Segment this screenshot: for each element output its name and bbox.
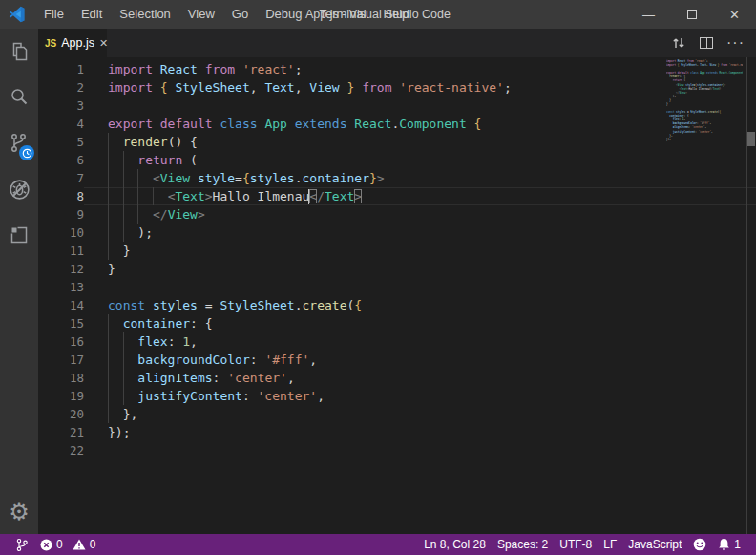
code-editor[interactable]: 1import React from 'react';2import { Sty… (38, 57, 756, 534)
line-number: 14 (38, 296, 84, 314)
line-number: 17 (38, 351, 84, 369)
indent-guide (108, 133, 109, 151)
line-number: 1 (38, 60, 84, 78)
code-line: 3 (38, 96, 756, 115)
vscode-window: FileEditSelectionViewGoDebugTerminalHelp… (0, 0, 756, 555)
language-mode-button[interactable]: JavaScript (622, 538, 687, 551)
menu-item-debug[interactable]: Debug (257, 0, 310, 29)
line-number: 6 (38, 151, 84, 169)
indentation-button[interactable]: Spaces: 2 (492, 538, 554, 551)
line-number: 21 (38, 423, 84, 441)
line-number: 22 (38, 441, 84, 459)
debug-icon[interactable] (0, 166, 38, 212)
line-number: 20 (38, 405, 84, 423)
code-line: 16 flex: 1, (38, 332, 756, 351)
problems-button[interactable]: 0 0 (34, 538, 101, 551)
more-actions-icon[interactable]: ··· (726, 34, 745, 52)
minimize-button[interactable]: — (627, 0, 670, 29)
indent-guide (123, 351, 124, 369)
menu-item-edit[interactable]: Edit (73, 0, 111, 29)
indent-guide (108, 387, 109, 405)
line-number: 2 (38, 78, 84, 96)
source-control-icon[interactable] (0, 120, 38, 166)
code-line: 17 backgroundColor: '#fff', (38, 351, 756, 369)
indent-guide (137, 169, 138, 187)
swap-arrows-icon[interactable] (671, 35, 686, 51)
menu-item-view[interactable]: View (179, 0, 223, 29)
minimap[interactable]: import React from 'react';import { Style… (666, 59, 743, 269)
indent-guide (137, 187, 138, 205)
sync-pending-badge (19, 145, 34, 160)
tab-bar: JS App.js ✕ ··· (38, 29, 756, 57)
git-branch-icon (15, 538, 29, 552)
code-line: 11 } (38, 242, 756, 260)
indent-guide (108, 314, 109, 332)
line-number: 8 (38, 187, 84, 205)
maximize-icon (687, 10, 697, 19)
tab-close-icon[interactable]: ✕ (99, 37, 108, 50)
menu-item-help[interactable]: Help (375, 0, 418, 29)
warning-count: 0 (90, 538, 96, 551)
menu-item-selection[interactable]: Selection (111, 0, 178, 29)
indent-guide (123, 224, 124, 242)
indent-guide (108, 205, 109, 224)
indent-guide (108, 332, 109, 351)
indent-guide (123, 369, 124, 387)
feedback-smiley-button[interactable] (687, 538, 712, 551)
code-line: 8 <Text>Hallo Ilmenau</Text> (38, 187, 756, 205)
extensions-icon[interactable] (0, 212, 38, 258)
menu-item-terminal[interactable]: Terminal (310, 0, 374, 29)
overview-ruler[interactable] (746, 57, 756, 534)
minimap-line: import { StyleSheet, Text, View } from '… (666, 63, 743, 67)
line-number: 5 (38, 133, 84, 151)
bell-icon (718, 538, 730, 551)
indent-guide (123, 151, 124, 169)
line-number: 18 (38, 369, 84, 387)
code-lines: 1import React from 'react';2import { Sty… (38, 57, 756, 459)
menu-item-go[interactable]: Go (223, 0, 257, 29)
indent-guide (108, 187, 109, 205)
titlebar: FileEditSelectionViewGoDebugTerminalHelp… (0, 0, 756, 29)
code-line: 19 justifyContent: 'center', (38, 387, 756, 405)
errors-icon (40, 539, 52, 551)
status-bar: 0 0 Ln 8, Col 28 Spaces: 2 UTF-8 LF (0, 534, 756, 555)
code-line: 18 alignItems: 'center', (38, 369, 756, 387)
code-line: 14const styles = StyleSheet.create({ (38, 296, 756, 314)
vscode-logo-icon (9, 6, 26, 23)
activity-bar: ⚙ (0, 29, 38, 534)
code-line: 2import { StyleSheet, Text, View } from … (38, 78, 756, 96)
indent-guide (108, 405, 109, 423)
encoding-button[interactable]: UTF-8 (554, 538, 598, 551)
split-editor-icon[interactable] (700, 37, 713, 49)
settings-gear-icon[interactable]: ⚙ (0, 490, 38, 534)
code-line: 22 (38, 441, 756, 459)
text-cursor (308, 189, 309, 204)
line-number: 7 (38, 169, 84, 187)
code-line: 13 (38, 278, 756, 296)
tab-appjs[interactable]: JS App.js ✕ (38, 29, 107, 57)
indent-guide (153, 187, 154, 205)
explorer-icon[interactable] (0, 29, 38, 75)
search-icon[interactable] (0, 75, 38, 120)
minimap-line (666, 141, 743, 145)
line-number: 19 (38, 387, 84, 405)
notifications-bell-button[interactable]: 1 (712, 538, 746, 551)
eol-button[interactable]: LF (598, 538, 622, 551)
code-line: 20 }, (38, 405, 756, 423)
indent-guide (108, 169, 109, 187)
cursor-position-button[interactable]: Ln 8, Col 28 (418, 538, 492, 551)
menu-item-file[interactable]: File (35, 0, 73, 29)
minimap-content: import React from 'react';import { Style… (666, 59, 743, 145)
indent-guide (108, 224, 109, 242)
line-number: 9 (38, 205, 84, 224)
code-line: 9 </View> (38, 205, 756, 224)
maximize-button[interactable] (670, 0, 713, 29)
git-branch-button[interactable] (10, 538, 34, 552)
close-window-button[interactable]: ✕ (713, 0, 756, 29)
code-line: 15 container: { (38, 314, 756, 332)
line-number: 13 (38, 278, 84, 296)
line-number: 10 (38, 224, 84, 242)
code-line: 6 return ( (38, 151, 756, 169)
code-line: 21}); (38, 423, 756, 441)
line-number: 16 (38, 332, 84, 351)
